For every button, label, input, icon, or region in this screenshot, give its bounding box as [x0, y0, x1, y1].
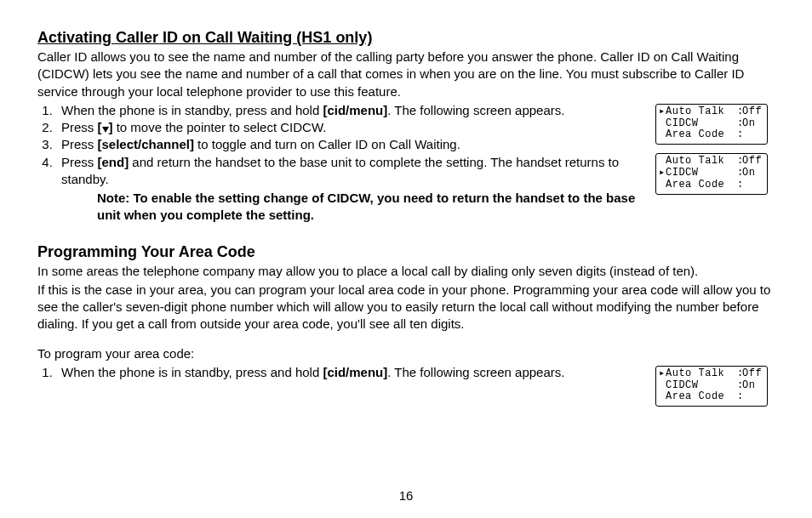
section1-steps: When the phone is in standby, press and … — [37, 102, 643, 188]
step1-text-b: . The following screen appears. — [387, 103, 564, 117]
lcd-screen-autotalk: ▸Auto Talk:Off CIDCW:On Area Code: — [655, 104, 768, 145]
note-cidcw: Note: To enable the setting change of CI… — [97, 190, 643, 225]
down-arrow-icon — [102, 127, 109, 133]
step3-text-b: to toggle and turn on Caller ID on Call … — [194, 137, 460, 151]
heading-activate-cidcw: Activating Caller ID on Call Waiting (HS… — [37, 29, 775, 47]
lcd-label: Auto Talk — [666, 368, 737, 380]
lcd-value: On — [742, 118, 764, 130]
step2-text-a: Press — [61, 120, 98, 134]
section2-steps: When the phone is in standby, press and … — [37, 364, 643, 381]
key-end: [end] — [98, 155, 129, 169]
pointer-icon: ▸ — [659, 168, 666, 179]
lcd-value — [742, 129, 764, 141]
lcd-row: Area Code: — [659, 179, 764, 191]
lcd-value: Off — [742, 368, 764, 380]
lcd-value — [742, 179, 764, 191]
step2-text-b: to move the pointer to select CIDCW. — [113, 120, 327, 134]
pointer-icon: ▸ — [659, 368, 666, 380]
lcd-row: CIDCW:On — [659, 118, 764, 130]
lcd-value — [742, 391, 764, 403]
lcd-label: Auto Talk — [666, 156, 737, 168]
areacode-p1: In some areas the telephone company may … — [37, 263, 775, 280]
heading-area-code: Programming Your Area Code — [37, 243, 775, 261]
manual-page: Activating Caller ID on Call Waiting (HS… — [0, 0, 812, 407]
section1-text: When the phone is in standby, press and … — [37, 102, 643, 225]
step-3: Press [select/channel] to toggle and tur… — [56, 136, 643, 153]
s2-step-1: When the phone is in standby, press and … — [56, 364, 643, 381]
lcd-row: Area Code: — [659, 391, 764, 403]
step-2: Press [] to move the pointer to select C… — [56, 119, 643, 136]
pointer-icon: ▸ — [659, 106, 666, 118]
lcd-screen-cidcw: Auto Talk:Off ▸CIDCW:On Area Code: — [655, 153, 768, 194]
lcd-value: Off — [742, 156, 764, 168]
lcd-row: ▸Auto Talk:Off — [659, 106, 764, 118]
lcd-label: CIDCW — [666, 168, 737, 179]
lcd-row: Auto Talk:Off — [659, 156, 764, 168]
key-cid-menu: [cid/menu] — [323, 103, 387, 117]
key-select-channel: [select/channel] — [98, 137, 194, 151]
step-1: When the phone is in standby, press and … — [56, 102, 643, 119]
areacode-p2: If this is the case in your area, you ca… — [37, 282, 775, 333]
s2-step1-text-b: . The following screen appears. — [387, 365, 564, 379]
section2-body: When the phone is in standby, press and … — [37, 364, 775, 407]
section2-screens: ▸Auto Talk:Off CIDCW:On Area Code: — [655, 364, 775, 407]
lcd-label: CIDCW — [666, 380, 737, 392]
lcd-label: CIDCW — [666, 118, 737, 130]
lcd-value: On — [742, 380, 764, 392]
lcd-label: Area Code — [666, 129, 737, 141]
step1-text-a: When the phone is in standby, press and … — [61, 103, 323, 117]
intro-paragraph: Caller ID allows you to see the name and… — [37, 48, 775, 100]
step4-text-b: and return the handset to the base unit … — [61, 155, 619, 186]
page-number: 16 — [0, 488, 812, 503]
lcd-row: ▸CIDCW:On — [659, 168, 764, 179]
step4-text-a: Press — [61, 155, 98, 169]
step3-text-a: Press — [61, 137, 98, 151]
lcd-row: ▸Auto Talk:Off — [659, 368, 764, 380]
areacode-lead: To program your area code: — [37, 345, 775, 362]
lcd-label: Auto Talk — [666, 106, 737, 118]
key-cid-menu-2: [cid/menu] — [323, 365, 387, 379]
section1-body: When the phone is in standby, press and … — [37, 102, 775, 225]
lcd-label: Area Code — [666, 179, 737, 191]
lcd-value: Off — [742, 106, 764, 118]
section-area-code: Programming Your Area Code In some areas… — [37, 243, 775, 407]
section1-screens: ▸Auto Talk:Off CIDCW:On Area Code: Auto … — [655, 102, 775, 195]
key-down-arrow: [] — [98, 120, 113, 134]
lcd-row: Area Code: — [659, 129, 764, 141]
section2-text: When the phone is in standby, press and … — [37, 364, 643, 381]
lcd-label: Area Code — [666, 391, 737, 403]
s2-step1-text-a: When the phone is in standby, press and … — [61, 365, 323, 379]
lcd-row: CIDCW:On — [659, 380, 764, 392]
step-4: Press [end] and return the handset to th… — [56, 154, 643, 189]
lcd-value: On — [742, 168, 764, 179]
lcd-screen-autotalk-2: ▸Auto Talk:Off CIDCW:On Area Code: — [655, 366, 768, 407]
